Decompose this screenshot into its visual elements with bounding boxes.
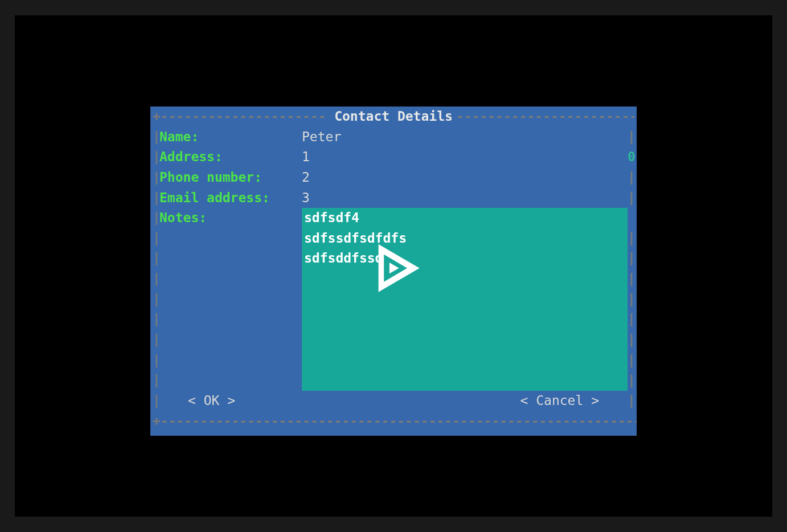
name-input[interactable]: Peter bbox=[302, 127, 628, 148]
border-left: | bbox=[153, 167, 159, 188]
border-left: | bbox=[153, 147, 159, 167]
button-row: | < OK > < Cancel > | bbox=[150, 391, 637, 411]
border-left: | bbox=[153, 127, 159, 148]
border-right: | bbox=[628, 127, 634, 148]
border-left: | bbox=[153, 188, 159, 208]
address-row: | Address: 1 0 bbox=[150, 147, 637, 167]
app-frame: +--------------------- Contact Details -… bbox=[15, 15, 772, 517]
address-label: Address: bbox=[159, 147, 302, 167]
border-right: | bbox=[628, 188, 634, 208]
email-row: | Email address: 3 | bbox=[150, 188, 637, 208]
address-input[interactable]: 1 bbox=[302, 147, 628, 167]
ok-button[interactable]: < OK > bbox=[188, 391, 235, 411]
notes-textarea[interactable]: sdfsdf4 sdfssdfsdfdfs sdfsddfssds bbox=[302, 208, 628, 391]
phone-label: Phone number: bbox=[159, 167, 302, 188]
name-label: Name: bbox=[159, 127, 302, 148]
name-row: | Name: Peter | bbox=[150, 127, 637, 148]
contact-details-dialog: +--------------------- Contact Details -… bbox=[150, 107, 637, 436]
notes-label: Notes: bbox=[159, 208, 302, 228]
dialog-title: Contact Details bbox=[331, 107, 456, 127]
email-input[interactable]: 3 bbox=[302, 188, 628, 208]
dialog-title-border: +--------------------- Contact Details -… bbox=[150, 107, 637, 127]
cancel-button[interactable]: < Cancel > bbox=[520, 391, 599, 411]
scroll-indicator: 0 bbox=[628, 147, 634, 167]
email-label: Email address: bbox=[159, 188, 302, 208]
border-right: | bbox=[628, 167, 634, 188]
border-left: | bbox=[153, 208, 159, 228]
phone-row: | Phone number: 2 | bbox=[150, 167, 637, 188]
play-button-overlay[interactable] bbox=[359, 234, 428, 309]
dialog-bottom-border: +---------------------------------------… bbox=[150, 411, 637, 432]
border-right: | bbox=[628, 391, 634, 411]
border-left: | bbox=[153, 391, 159, 411]
phone-input[interactable]: 2 bbox=[302, 167, 628, 188]
play-icon bbox=[359, 234, 428, 302]
